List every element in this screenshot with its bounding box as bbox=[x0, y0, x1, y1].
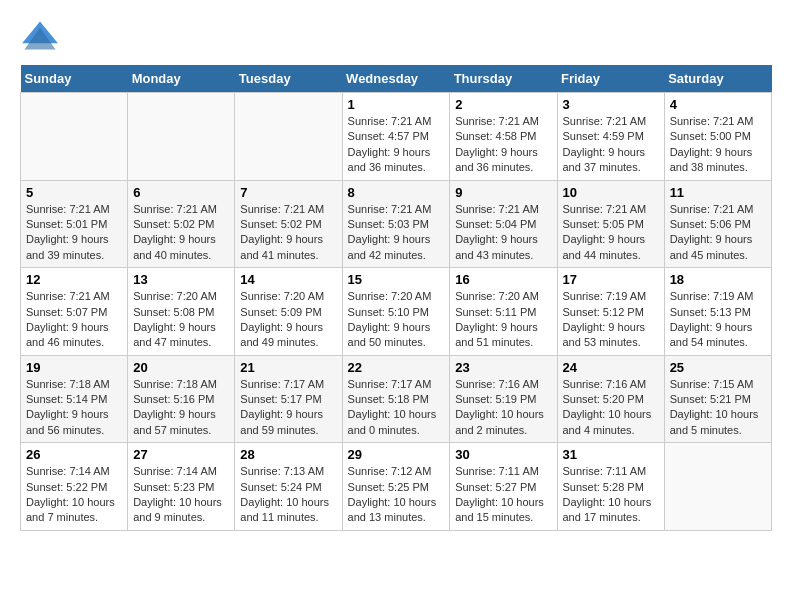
day-info: Sunrise: 7:18 AM Sunset: 5:16 PM Dayligh… bbox=[133, 377, 229, 439]
day-info: Sunrise: 7:21 AM Sunset: 5:01 PM Dayligh… bbox=[26, 202, 122, 264]
day-info: Sunrise: 7:21 AM Sunset: 5:02 PM Dayligh… bbox=[240, 202, 336, 264]
day-number: 16 bbox=[455, 272, 551, 287]
calendar-cell: 31Sunrise: 7:11 AM Sunset: 5:28 PM Dayli… bbox=[557, 443, 664, 531]
day-info: Sunrise: 7:20 AM Sunset: 5:10 PM Dayligh… bbox=[348, 289, 445, 351]
day-info: Sunrise: 7:21 AM Sunset: 5:00 PM Dayligh… bbox=[670, 114, 766, 176]
day-number: 10 bbox=[563, 185, 659, 200]
calendar-cell: 19Sunrise: 7:18 AM Sunset: 5:14 PM Dayli… bbox=[21, 355, 128, 443]
day-info: Sunrise: 7:11 AM Sunset: 5:27 PM Dayligh… bbox=[455, 464, 551, 526]
day-info: Sunrise: 7:20 AM Sunset: 5:09 PM Dayligh… bbox=[240, 289, 336, 351]
calendar-cell bbox=[235, 93, 342, 181]
day-info: Sunrise: 7:21 AM Sunset: 5:06 PM Dayligh… bbox=[670, 202, 766, 264]
day-number: 8 bbox=[348, 185, 445, 200]
calendar-cell: 2Sunrise: 7:21 AM Sunset: 4:58 PM Daylig… bbox=[450, 93, 557, 181]
day-info: Sunrise: 7:21 AM Sunset: 4:58 PM Dayligh… bbox=[455, 114, 551, 176]
day-info: Sunrise: 7:19 AM Sunset: 5:12 PM Dayligh… bbox=[563, 289, 659, 351]
day-info: Sunrise: 7:11 AM Sunset: 5:28 PM Dayligh… bbox=[563, 464, 659, 526]
day-info: Sunrise: 7:19 AM Sunset: 5:13 PM Dayligh… bbox=[670, 289, 766, 351]
calendar-cell: 7Sunrise: 7:21 AM Sunset: 5:02 PM Daylig… bbox=[235, 180, 342, 268]
day-number: 25 bbox=[670, 360, 766, 375]
calendar-cell: 14Sunrise: 7:20 AM Sunset: 5:09 PM Dayli… bbox=[235, 268, 342, 356]
week-row-5: 26Sunrise: 7:14 AM Sunset: 5:22 PM Dayli… bbox=[21, 443, 772, 531]
day-number: 23 bbox=[455, 360, 551, 375]
day-number: 24 bbox=[563, 360, 659, 375]
calendar-cell: 9Sunrise: 7:21 AM Sunset: 5:04 PM Daylig… bbox=[450, 180, 557, 268]
day-number: 30 bbox=[455, 447, 551, 462]
page-header bbox=[20, 20, 772, 55]
day-info: Sunrise: 7:16 AM Sunset: 5:19 PM Dayligh… bbox=[455, 377, 551, 439]
day-number: 9 bbox=[455, 185, 551, 200]
calendar-cell: 10Sunrise: 7:21 AM Sunset: 5:05 PM Dayli… bbox=[557, 180, 664, 268]
calendar-cell: 13Sunrise: 7:20 AM Sunset: 5:08 PM Dayli… bbox=[128, 268, 235, 356]
day-number: 4 bbox=[670, 97, 766, 112]
day-number: 20 bbox=[133, 360, 229, 375]
day-info: Sunrise: 7:12 AM Sunset: 5:25 PM Dayligh… bbox=[348, 464, 445, 526]
calendar-cell: 5Sunrise: 7:21 AM Sunset: 5:01 PM Daylig… bbox=[21, 180, 128, 268]
day-number: 28 bbox=[240, 447, 336, 462]
calendar-cell: 11Sunrise: 7:21 AM Sunset: 5:06 PM Dayli… bbox=[664, 180, 771, 268]
day-number: 7 bbox=[240, 185, 336, 200]
calendar-cell: 29Sunrise: 7:12 AM Sunset: 5:25 PM Dayli… bbox=[342, 443, 450, 531]
week-row-1: 1Sunrise: 7:21 AM Sunset: 4:57 PM Daylig… bbox=[21, 93, 772, 181]
day-info: Sunrise: 7:21 AM Sunset: 5:03 PM Dayligh… bbox=[348, 202, 445, 264]
calendar-cell: 1Sunrise: 7:21 AM Sunset: 4:57 PM Daylig… bbox=[342, 93, 450, 181]
day-header-saturday: Saturday bbox=[664, 65, 771, 93]
day-number: 22 bbox=[348, 360, 445, 375]
day-header-wednesday: Wednesday bbox=[342, 65, 450, 93]
calendar-cell bbox=[128, 93, 235, 181]
calendar-cell: 27Sunrise: 7:14 AM Sunset: 5:23 PM Dayli… bbox=[128, 443, 235, 531]
day-number: 3 bbox=[563, 97, 659, 112]
day-number: 18 bbox=[670, 272, 766, 287]
day-number: 27 bbox=[133, 447, 229, 462]
day-header-thursday: Thursday bbox=[450, 65, 557, 93]
calendar-cell: 4Sunrise: 7:21 AM Sunset: 5:00 PM Daylig… bbox=[664, 93, 771, 181]
day-info: Sunrise: 7:16 AM Sunset: 5:20 PM Dayligh… bbox=[563, 377, 659, 439]
day-number: 17 bbox=[563, 272, 659, 287]
calendar-cell: 23Sunrise: 7:16 AM Sunset: 5:19 PM Dayli… bbox=[450, 355, 557, 443]
week-row-2: 5Sunrise: 7:21 AM Sunset: 5:01 PM Daylig… bbox=[21, 180, 772, 268]
calendar-cell bbox=[21, 93, 128, 181]
calendar-cell: 21Sunrise: 7:17 AM Sunset: 5:17 PM Dayli… bbox=[235, 355, 342, 443]
day-number: 15 bbox=[348, 272, 445, 287]
day-info: Sunrise: 7:21 AM Sunset: 5:04 PM Dayligh… bbox=[455, 202, 551, 264]
calendar-cell: 30Sunrise: 7:11 AM Sunset: 5:27 PM Dayli… bbox=[450, 443, 557, 531]
calendar-cell: 15Sunrise: 7:20 AM Sunset: 5:10 PM Dayli… bbox=[342, 268, 450, 356]
day-number: 5 bbox=[26, 185, 122, 200]
calendar-cell: 25Sunrise: 7:15 AM Sunset: 5:21 PM Dayli… bbox=[664, 355, 771, 443]
calendar-cell: 28Sunrise: 7:13 AM Sunset: 5:24 PM Dayli… bbox=[235, 443, 342, 531]
calendar-cell: 26Sunrise: 7:14 AM Sunset: 5:22 PM Dayli… bbox=[21, 443, 128, 531]
day-info: Sunrise: 7:21 AM Sunset: 5:07 PM Dayligh… bbox=[26, 289, 122, 351]
day-info: Sunrise: 7:20 AM Sunset: 5:11 PM Dayligh… bbox=[455, 289, 551, 351]
day-number: 13 bbox=[133, 272, 229, 287]
day-number: 2 bbox=[455, 97, 551, 112]
calendar-cell: 18Sunrise: 7:19 AM Sunset: 5:13 PM Dayli… bbox=[664, 268, 771, 356]
day-info: Sunrise: 7:15 AM Sunset: 5:21 PM Dayligh… bbox=[670, 377, 766, 439]
day-header-monday: Monday bbox=[128, 65, 235, 93]
logo bbox=[20, 20, 64, 55]
day-info: Sunrise: 7:20 AM Sunset: 5:08 PM Dayligh… bbox=[133, 289, 229, 351]
calendar-cell: 17Sunrise: 7:19 AM Sunset: 5:12 PM Dayli… bbox=[557, 268, 664, 356]
day-info: Sunrise: 7:17 AM Sunset: 5:18 PM Dayligh… bbox=[348, 377, 445, 439]
day-number: 12 bbox=[26, 272, 122, 287]
calendar-cell bbox=[664, 443, 771, 531]
day-info: Sunrise: 7:21 AM Sunset: 5:02 PM Dayligh… bbox=[133, 202, 229, 264]
day-info: Sunrise: 7:21 AM Sunset: 4:59 PM Dayligh… bbox=[563, 114, 659, 176]
day-header-friday: Friday bbox=[557, 65, 664, 93]
day-info: Sunrise: 7:21 AM Sunset: 5:05 PM Dayligh… bbox=[563, 202, 659, 264]
day-number: 26 bbox=[26, 447, 122, 462]
calendar-cell: 12Sunrise: 7:21 AM Sunset: 5:07 PM Dayli… bbox=[21, 268, 128, 356]
day-info: Sunrise: 7:21 AM Sunset: 4:57 PM Dayligh… bbox=[348, 114, 445, 176]
day-info: Sunrise: 7:14 AM Sunset: 5:23 PM Dayligh… bbox=[133, 464, 229, 526]
calendar-cell: 16Sunrise: 7:20 AM Sunset: 5:11 PM Dayli… bbox=[450, 268, 557, 356]
day-number: 6 bbox=[133, 185, 229, 200]
calendar-cell: 6Sunrise: 7:21 AM Sunset: 5:02 PM Daylig… bbox=[128, 180, 235, 268]
day-info: Sunrise: 7:14 AM Sunset: 5:22 PM Dayligh… bbox=[26, 464, 122, 526]
day-info: Sunrise: 7:13 AM Sunset: 5:24 PM Dayligh… bbox=[240, 464, 336, 526]
day-number: 21 bbox=[240, 360, 336, 375]
week-row-4: 19Sunrise: 7:18 AM Sunset: 5:14 PM Dayli… bbox=[21, 355, 772, 443]
day-number: 14 bbox=[240, 272, 336, 287]
day-info: Sunrise: 7:17 AM Sunset: 5:17 PM Dayligh… bbox=[240, 377, 336, 439]
day-number: 19 bbox=[26, 360, 122, 375]
calendar-cell: 20Sunrise: 7:18 AM Sunset: 5:16 PM Dayli… bbox=[128, 355, 235, 443]
calendar-cell: 24Sunrise: 7:16 AM Sunset: 5:20 PM Dayli… bbox=[557, 355, 664, 443]
